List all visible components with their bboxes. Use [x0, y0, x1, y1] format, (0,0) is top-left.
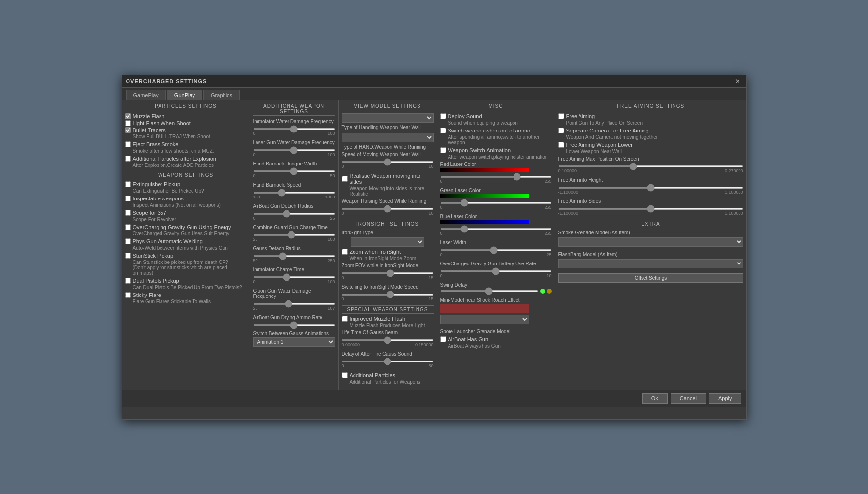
- deploy-sound-sub: Sound when equiping a weapon: [448, 120, 552, 126]
- tab-gameplay[interactable]: GamePlay: [126, 90, 166, 100]
- speed-moving-slider[interactable]: [342, 161, 434, 163]
- phys-gun-checkbox[interactable]: [125, 238, 131, 244]
- weapon-lower-checkbox[interactable]: [558, 142, 564, 148]
- aim-sides-slider[interactable]: [558, 208, 743, 210]
- zoom-fov-slider-row: Zoom FOV while in IronSight Mode 015: [342, 263, 434, 280]
- hand-barnacle-speed-slider[interactable]: [253, 192, 335, 194]
- laser-width-slider[interactable]: [440, 249, 552, 251]
- add-particles-row: Additional Particles after Explosion: [125, 156, 247, 162]
- stun-stick-checkbox[interactable]: [125, 253, 131, 259]
- speed-moving-slider-row: Speed of Moving Weapon Near Wall 010: [342, 152, 434, 169]
- eject-brass-checkbox[interactable]: [125, 141, 131, 147]
- apply-button[interactable]: Apply: [709, 393, 741, 404]
- cancel-button[interactable]: Cancel: [671, 393, 706, 404]
- hand-barnacle-width-slider[interactable]: [253, 170, 335, 172]
- scope357-checkbox[interactable]: [125, 210, 131, 216]
- ironsight-type-dropdown[interactable]: [351, 237, 424, 247]
- free-aiming-checkbox[interactable]: [558, 113, 564, 119]
- raise-speed-slider[interactable]: [342, 208, 434, 210]
- add-particles-checkbox[interactable]: [125, 156, 131, 162]
- smoke-grenade-dropdown[interactable]: [558, 237, 743, 247]
- max-pos-slider[interactable]: [558, 165, 743, 167]
- hand-barnacle-speed-label: Hand Barnacle Speed: [253, 182, 335, 188]
- realistic-weapon-checkbox[interactable]: [342, 176, 348, 182]
- bullet-tracers-checkbox[interactable]: [125, 127, 131, 133]
- gluon-gun-slider-row: Gluon Gun Water Damage Frequency 25107: [253, 288, 335, 311]
- tab-graphics[interactable]: Graphics: [203, 90, 240, 100]
- max-pos-slider-row: Free Aiming Max Position On Screen 0.100…: [558, 156, 743, 173]
- overcharging-grav-checkbox[interactable]: [125, 224, 131, 230]
- footer: Ok Cancel Apply: [122, 390, 746, 407]
- tab-gunplay[interactable]: GunPlay: [167, 90, 202, 100]
- delay-gauss-slider[interactable]: [342, 361, 434, 362]
- zoom-ironsight-checkbox[interactable]: [342, 249, 348, 255]
- dual-pistols-checkbox[interactable]: [125, 278, 131, 284]
- zoom-fov-slider[interactable]: [342, 272, 434, 274]
- swing-delay-slider[interactable]: [440, 290, 538, 292]
- switch-ironsight-label: Switching to IronSight Mode Speed: [342, 284, 434, 290]
- panel-particles-weapon: PARTICLES SETTINGS Muzzle Flash Light Fl…: [122, 100, 250, 390]
- green-laser-slider[interactable]: [440, 202, 552, 204]
- airboat-drying-slider[interactable]: [253, 324, 335, 326]
- immolator-charge-slider[interactable]: [253, 276, 335, 278]
- show-full-bull-label: Show Full BULL.TRAJ When Shoot: [133, 134, 247, 139]
- extinguisher-checkbox[interactable]: [125, 181, 131, 187]
- bullet-tracers-label: Bullet Tracers: [133, 127, 166, 133]
- life-time-gauss-slider[interactable]: [342, 339, 434, 341]
- overcharging-grav-label: OverCharging Gravity-Gun Using Energy: [133, 224, 231, 230]
- hand-barnacle-width-label: Hand Barnacle Tongue Width: [253, 161, 335, 166]
- offset-settings-button[interactable]: Offset Settings: [558, 273, 743, 283]
- inspectable-checkbox[interactable]: [125, 196, 131, 201]
- red-laser-slider-row: Red Laser Color 0255: [440, 162, 552, 184]
- gauss-detach-label: Gauss Detach Radius: [253, 246, 335, 251]
- blue-laser-slider[interactable]: [440, 228, 552, 230]
- deploy-sound-label: Deploy Sound: [448, 113, 482, 119]
- combine-guard-slider[interactable]: [253, 234, 335, 236]
- gluon-gun-slider[interactable]: [253, 303, 335, 305]
- stun-stick-row: StunStick Pickup: [125, 253, 247, 259]
- mini-model-label: Mini-Model near Shock Roach Effect: [440, 297, 552, 303]
- gauss-animations-dropdown[interactable]: Animation 1 Animation 2: [253, 337, 335, 347]
- phys-gun-label: Phys Gun Automatic Welding: [133, 238, 203, 244]
- laser-gun-water-slider[interactable]: [253, 149, 335, 151]
- light-flash-checkbox[interactable]: [125, 120, 131, 126]
- speed-moving-label: Speed of Moving Weapon Near Wall: [342, 152, 434, 157]
- zoom-ironsight-sub: When in IronSight Mode,Zoom: [350, 256, 434, 261]
- sticky-flare-sub-label: Flare Gun Flares Stickable To Walls: [133, 299, 247, 304]
- gravity-battery-slider[interactable]: [440, 270, 552, 272]
- delay-gauss-slider-row: Delay of After Fire Gauss Sound 050: [342, 351, 434, 368]
- tabs-container: GamePlay GunPlay Graphics: [122, 88, 746, 100]
- hand-running-type-dropdown[interactable]: [342, 133, 434, 142]
- deploy-sound-checkbox[interactable]: [440, 113, 446, 119]
- close-button[interactable]: ✕: [733, 77, 742, 85]
- airboat-gun-row: AirBoat Has Gun: [440, 336, 552, 342]
- red-laser-slider[interactable]: [440, 176, 552, 178]
- ok-button[interactable]: Ok: [642, 393, 668, 404]
- scope357-sub-label: Scope For Revolver: [133, 217, 247, 222]
- add-particles-special-sub: Additional Particles for Weapons: [350, 379, 434, 385]
- switch-ironsight-slider[interactable]: [342, 294, 434, 296]
- handling-type-dropdown[interactable]: [342, 113, 434, 123]
- flashbang-model-dropdown[interactable]: [558, 259, 743, 268]
- gauss-detach-slider[interactable]: [253, 255, 335, 257]
- airboat-detach-slider[interactable]: [253, 213, 335, 215]
- zoom-fov-label: Zoom FOV while in IronSight Mode: [342, 263, 434, 268]
- weapon-lower-row: Free Aiming Weapon Lower: [558, 142, 743, 148]
- particles-section-title: PARTICLES SETTINGS: [125, 103, 247, 110]
- immolator-water-slider[interactable]: [253, 128, 335, 130]
- airboat-detach-slider-row: AirBoat Gun Detach Radius 025: [253, 203, 335, 221]
- mini-model-dropdown[interactable]: [440, 315, 530, 324]
- red-laser-label: Red Laser Color: [440, 162, 552, 167]
- flashbang-model-label: FlashBang Model (As Item): [558, 252, 743, 257]
- airboat-gun-checkbox[interactable]: [440, 336, 446, 342]
- weapon-switch-anim-checkbox[interactable]: [440, 147, 446, 153]
- immolator-charge-slider-row: Immolator Charge Time 0100: [253, 267, 335, 284]
- sticky-flare-checkbox[interactable]: [125, 292, 131, 298]
- switch-ammo-checkbox[interactable]: [440, 128, 446, 133]
- muzzle-flash-checkbox[interactable]: [125, 113, 131, 119]
- sep-camera-checkbox[interactable]: [558, 128, 564, 133]
- add-particles-special-checkbox[interactable]: [342, 372, 348, 378]
- improved-muzzle-checkbox[interactable]: [342, 316, 348, 322]
- main-content: PARTICLES SETTINGS Muzzle Flash Light Fl…: [122, 100, 746, 390]
- aim-height-slider[interactable]: [558, 187, 743, 189]
